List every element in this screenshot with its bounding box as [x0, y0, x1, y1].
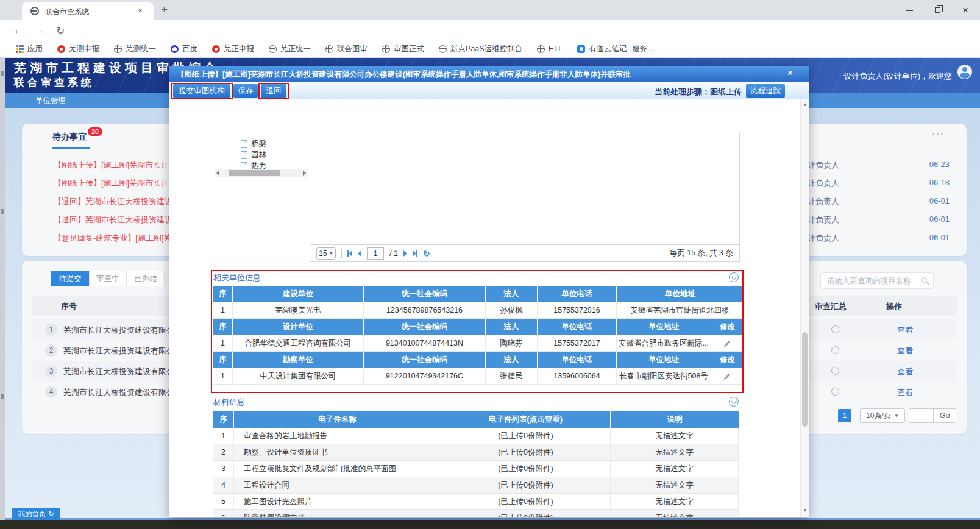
refresh-icon[interactable]: ↻ — [423, 249, 430, 258]
nav-item-unit-management[interactable]: 单位管理 — [35, 96, 66, 106]
process-trace-button[interactable]: 流程追踪 — [746, 84, 785, 98]
dialog-title: 【图纸上传】[施工图]芜湖市长江大桥投资建设有限公司办公楼建设(图审系统操作手册… — [177, 69, 631, 80]
dialog-vertical-scrollbar[interactable]: ▲ ▼ — [800, 99, 809, 517]
attachment-link[interactable]: (已上传0份附件) — [441, 510, 611, 517]
view-link[interactable]: 查看 — [897, 366, 913, 377]
tab-underline — [52, 147, 90, 149]
first-page-button[interactable] — [347, 248, 352, 259]
tab-pending-submit[interactable]: 待提交 — [51, 271, 89, 286]
tab-todo[interactable]: 待办事宜 — [52, 132, 87, 143]
window-minimize-button[interactable] — [895, 0, 923, 20]
search-icon — [921, 277, 927, 283]
scroll-down-icon[interactable]: ▼ — [803, 508, 808, 513]
bookmark-item[interactable]: 新点PaaS运维控制台 — [439, 44, 522, 54]
tab-completed[interactable]: 已办结 — [127, 271, 165, 286]
goto-page-input[interactable] — [909, 409, 934, 422]
materials-section-title: 材料信息 — [213, 397, 245, 408]
go-button[interactable]: Go — [934, 409, 956, 422]
edit-cell[interactable] — [711, 368, 744, 385]
scrollbar-thumb[interactable] — [229, 170, 280, 176]
return-button[interactable]: 退回 — [261, 84, 286, 98]
bookmark-item[interactable]: 芜正统一 — [269, 44, 311, 54]
column-review: 审查汇总 — [815, 301, 847, 312]
bookmark-item[interactable]: 审图正式 — [382, 44, 424, 54]
tree-horizontal-scrollbar[interactable] — [215, 169, 308, 177]
tab-under-review[interactable]: 审查中 — [89, 271, 127, 286]
dialog-content: 桥梁 园林 热力 15▼ 1 / 1 — [169, 99, 809, 517]
table-row: 5 施工图设计光盘照片 (已上传0份附件) 无描述文字 — [213, 494, 739, 510]
edit-cell[interactable] — [711, 335, 744, 352]
browser-tab[interactable]: 联合审查系统 × — [22, 2, 154, 20]
project-search[interactable] — [820, 272, 934, 289]
attachment-link[interactable]: (已上传0份附件) — [441, 477, 611, 494]
table-header-row: 序 电子件名称 电子件列表(点击查看) 说明 — [213, 411, 739, 428]
collapse-chevron-icon[interactable] — [729, 397, 739, 407]
submit-review-button[interactable]: 提交审图机构 — [173, 84, 230, 98]
new-tab-button[interactable]: + — [161, 3, 168, 16]
grid-page-size-select[interactable]: 15▼ — [316, 247, 336, 260]
refresh-icon[interactable]: ↻ — [48, 510, 54, 518]
table-header-row: 序 建设单位 统一社会编码 法人 单位电话 单位地址 — [213, 286, 744, 302]
view-link[interactable]: 查看 — [897, 325, 913, 336]
bookmark-item[interactable]: ETL — [537, 44, 563, 53]
grid-page-input[interactable]: 1 — [367, 247, 384, 260]
tab-close-icon[interactable]: × — [138, 5, 143, 15]
collapse-chevron-icon[interactable] — [729, 272, 739, 282]
globe-icon — [382, 45, 390, 53]
globe-icon — [325, 45, 333, 53]
last-page-button[interactable] — [413, 248, 417, 259]
attachment-link[interactable]: (已上传0份附件) — [441, 461, 611, 477]
table-row: 1 审查合格的岩土地勘报告 (已上传0份附件) 无描述文字 — [213, 428, 739, 444]
pager-summary: 每页 15 条, 共 3 条 — [670, 248, 733, 258]
attachment-link[interactable]: (已上传0份附件) — [441, 444, 611, 461]
todo-date: 06-18 — [929, 178, 950, 187]
prev-page-button[interactable] — [358, 250, 361, 257]
search-input[interactable] — [827, 274, 915, 288]
review-status-icon — [831, 346, 839, 354]
globe-icon — [114, 45, 122, 53]
view-link[interactable]: 查看 — [897, 387, 913, 398]
dialog-close-icon[interactable]: × — [787, 68, 793, 78]
more-icon[interactable]: ... — [932, 125, 945, 138]
user-avatar[interactable] — [957, 65, 972, 79]
page-size-select[interactable]: 10条/页▼ — [860, 408, 905, 423]
next-page-button[interactable] — [403, 250, 407, 257]
tree-node[interactable]: 园林 — [232, 149, 266, 160]
tree-node[interactable]: 桥梁 — [232, 138, 266, 149]
materials-table: 序 电子件名称 电子件列表(点击查看) 说明 1 审查合格的岩土地勘报告 (已上… — [213, 411, 739, 517]
edit-pencil-icon[interactable] — [724, 373, 730, 379]
bookmark-item[interactable]: 联合图审 — [325, 44, 367, 54]
table-header-row: 序 设计单位 统一社会编码 法人 单位电话 单位地址 修改 — [213, 319, 744, 335]
window-restore-button[interactable] — [923, 0, 951, 20]
back-icon[interactable]: ← — [13, 24, 24, 37]
bookmark-apps[interactable]: 应用 — [16, 44, 43, 54]
home-page-tab[interactable]: 我的首页↻ — [12, 508, 60, 520]
save-button[interactable]: 保存 — [233, 84, 258, 98]
todo-date: 06-01 — [929, 196, 950, 205]
scroll-up-icon[interactable]: ▲ — [803, 102, 808, 107]
column-action: 操作 — [886, 301, 902, 312]
bookmark-item[interactable]: 芜测申报 — [57, 44, 99, 54]
bookmark-item[interactable]: 有道云笔记--服务... — [577, 44, 653, 54]
scroll-right-icon[interactable] — [303, 171, 306, 176]
page-number-button[interactable]: 1 — [838, 409, 851, 422]
reload-icon[interactable]: ↻ — [56, 24, 65, 37]
bookmark-item[interactable]: 芜正申报 — [212, 44, 254, 54]
scroll-left-icon[interactable] — [216, 171, 219, 176]
edit-pencil-icon[interactable] — [724, 340, 730, 346]
attachment-link[interactable]: (已上传0份附件) — [441, 494, 611, 510]
bookmark-item[interactable]: 百度 — [171, 44, 197, 54]
apps-grid-icon — [16, 45, 24, 53]
chevron-down-icon: ▼ — [329, 251, 333, 255]
table-row: 3 工程立项批复文件及规划部门批准的总平面图 (已上传0份附件) 无描述文字 — [213, 461, 739, 477]
view-link[interactable]: 查看 — [897, 346, 913, 357]
red-site-icon — [212, 45, 220, 53]
attachment-link[interactable]: (已上传0份附件) — [441, 428, 611, 444]
forward-icon[interactable]: → — [34, 24, 44, 37]
page-total: / 1 — [389, 249, 398, 258]
bookmark-item[interactable]: 芜测统一 — [114, 44, 156, 54]
table-row: 1 芜湖澳美光电 123456789876543216 孙俊枫 15755372… — [213, 302, 744, 319]
row-number: 1 — [45, 324, 57, 336]
scrollbar-thumb[interactable] — [802, 332, 808, 427]
window-close-button[interactable]: × — [951, 0, 979, 20]
